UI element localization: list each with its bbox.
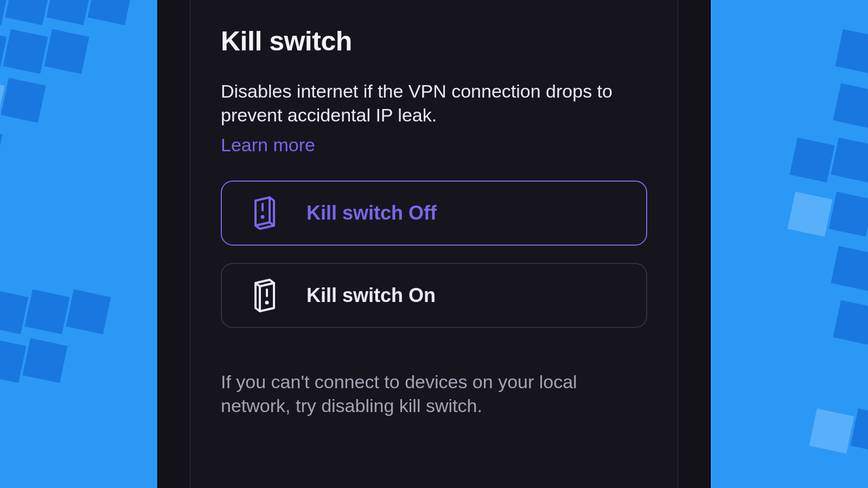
panel-hint: If you can't connect to devices on your … [221,370,647,418]
option-kill-switch-on[interactable]: Kill switch On [221,263,647,328]
option-label: Kill switch On [307,284,436,307]
svg-point-1 [261,215,265,219]
panel-description: Disables internet if the VPN connection … [221,80,647,127]
kill-switch-settings-card: Kill switch Disables internet if the VPN… [190,0,678,488]
kill-switch-on-icon [252,279,277,312]
panel-title: Kill switch [221,25,647,57]
option-label: Kill switch Off [307,202,437,224]
learn-more-link[interactable]: Learn more [221,134,315,156]
kill-switch-options: Kill switch Off Kill switch On [221,181,647,328]
vpn-app-window: Kill switch Disables internet if the VPN… [157,0,711,488]
option-kill-switch-off[interactable]: Kill switch Off [221,181,647,246]
svg-point-3 [265,301,269,305]
kill-switch-off-icon [252,196,277,230]
